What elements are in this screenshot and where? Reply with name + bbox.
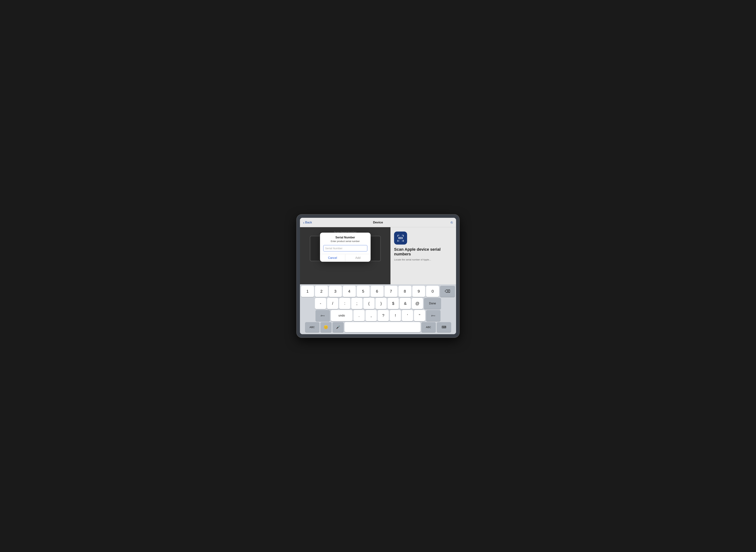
app-icon [394, 232, 407, 245]
key-3[interactable]: 3 [329, 286, 342, 297]
key-at[interactable]: @ [412, 298, 423, 309]
mic-key[interactable]: 🎤 [332, 322, 344, 332]
dialog-subtitle: Enter product serial number [323, 240, 367, 243]
key-semicolon[interactable]: ; [351, 298, 362, 309]
key-ampersand[interactable]: & [400, 298, 411, 309]
add-button[interactable]: Add [345, 254, 370, 262]
back-label: Back [305, 221, 312, 224]
svg-rect-5 [398, 240, 398, 242]
barcode-icon [397, 234, 405, 242]
svg-rect-10 [400, 237, 400, 239]
svg-rect-3 [403, 235, 404, 237]
right-panel-title: Scan Apple device serial numbers [394, 247, 452, 257]
abc-key-right[interactable]: ABC [421, 322, 436, 332]
key-comma[interactable]: , [365, 310, 377, 321]
keyboard-row-numbers: 1 2 3 4 5 6 7 8 9 0 ⌫ [301, 286, 455, 297]
key-8[interactable]: 8 [399, 286, 412, 297]
ipad-device: ‹ Back Device ⎋ Scan Serial Number Seria… [297, 215, 459, 337]
svg-rect-11 [401, 237, 401, 239]
abc-key-left[interactable]: ABC [305, 322, 319, 332]
key-question[interactable]: ? [377, 310, 389, 321]
page-title: Device [373, 221, 383, 224]
key-period[interactable]: . [353, 310, 364, 321]
svg-rect-7 [403, 240, 404, 242]
keyboard-row-symbols: - / : ; ( ) $ & @ Done [301, 298, 455, 309]
key-apostrophe[interactable]: ' [402, 310, 413, 321]
dialog-buttons: Cancel Add [320, 254, 370, 262]
dialog-box: Serial Number Enter product serial numbe… [320, 233, 370, 262]
dialog-content: Serial Number Enter product serial numbe… [320, 233, 370, 254]
dialog-title: Serial Number [323, 236, 367, 239]
main-content: Scan Serial Number Serial Number Enter p… [300, 227, 456, 284]
key-exclaim[interactable]: ! [390, 310, 401, 321]
key-dollar[interactable]: $ [388, 298, 399, 309]
undo-key[interactable]: undo [331, 310, 352, 321]
keyboard-row-more-symbols: #+= undo . , ? ! ' " #+= [301, 310, 455, 321]
emoji-key[interactable]: 😊 [320, 322, 331, 332]
key-0[interactable]: 0 [426, 286, 439, 297]
key-dash[interactable]: - [315, 298, 326, 309]
space-key[interactable] [344, 322, 421, 332]
export-icon[interactable]: ⎋ [451, 220, 453, 225]
keyboard-area: 1 2 3 4 5 6 7 8 9 0 ⌫ - / : ; ( ) $ [300, 284, 456, 334]
back-button[interactable]: ‹ Back [303, 221, 312, 224]
right-panel: Scan Apple device serial numbers Locate … [391, 227, 456, 284]
ipad-screen: ‹ Back Device ⎋ Scan Serial Number Seria… [300, 218, 456, 334]
key-9[interactable]: 9 [412, 286, 425, 297]
backspace-key[interactable]: ⌫ [440, 286, 455, 297]
symbols-shift-right[interactable]: #+= [426, 310, 441, 321]
right-panel-subtitle: Locate the serial number of Apple... [394, 258, 431, 261]
key-4[interactable]: 4 [343, 286, 356, 297]
keyboard-dismiss-key[interactable]: ⌨ [437, 322, 451, 332]
key-2[interactable]: 2 [315, 286, 328, 297]
cancel-button[interactable]: Cancel [320, 254, 345, 262]
top-bar: ‹ Back Device ⎋ [300, 218, 456, 227]
back-chevron-icon: ‹ [303, 221, 304, 224]
key-slash[interactable]: / [327, 298, 338, 309]
key-6[interactable]: 6 [370, 286, 384, 297]
svg-rect-12 [401, 237, 402, 239]
key-1[interactable]: 1 [301, 286, 314, 297]
dialog-overlay: Serial Number Enter product serial numbe… [300, 227, 391, 284]
key-closeparen[interactable]: ) [375, 298, 387, 309]
key-5[interactable]: 5 [357, 286, 370, 297]
key-7[interactable]: 7 [385, 286, 398, 297]
key-openparen[interactable]: ( [363, 298, 374, 309]
left-panel: Scan Serial Number Serial Number Enter p… [300, 227, 391, 284]
svg-rect-14 [403, 237, 403, 239]
done-key[interactable]: Done [424, 298, 441, 309]
keyboard-row-bottom: ABC 😊 🎤 ABC ⌨ [301, 322, 455, 332]
svg-rect-1 [398, 235, 398, 237]
serial-number-input[interactable] [323, 245, 367, 251]
key-colon[interactable]: : [339, 298, 350, 309]
key-quote[interactable]: " [414, 310, 425, 321]
svg-rect-8 [399, 237, 399, 239]
symbols-shift-left[interactable]: #+= [315, 310, 330, 321]
